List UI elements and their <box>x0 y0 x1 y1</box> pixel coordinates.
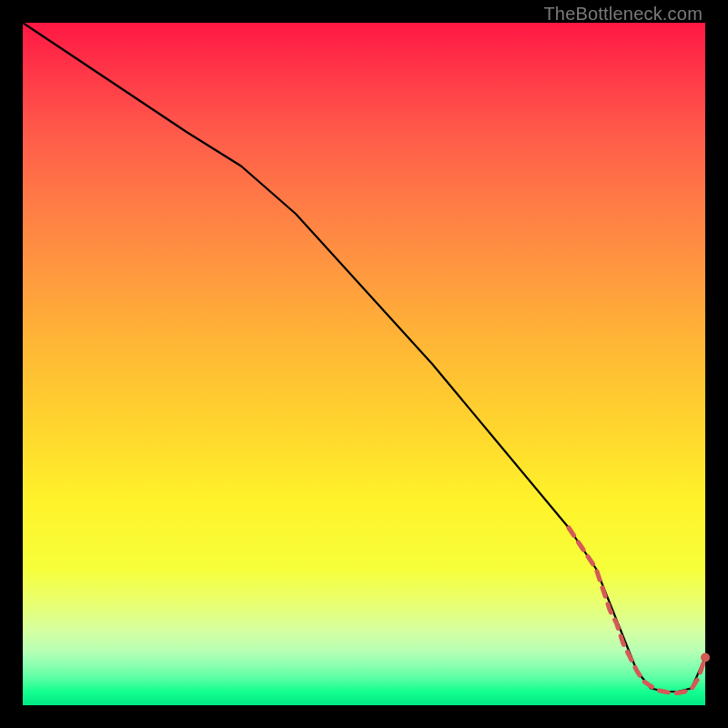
red-dashed-bottom <box>569 528 705 693</box>
chart-overlay <box>23 23 705 705</box>
plot-area <box>23 23 705 705</box>
watermark-text: TheBottleneck.com <box>543 4 703 25</box>
end-point-marker <box>701 653 710 662</box>
chart-stage: TheBottleneck.com <box>0 0 728 728</box>
